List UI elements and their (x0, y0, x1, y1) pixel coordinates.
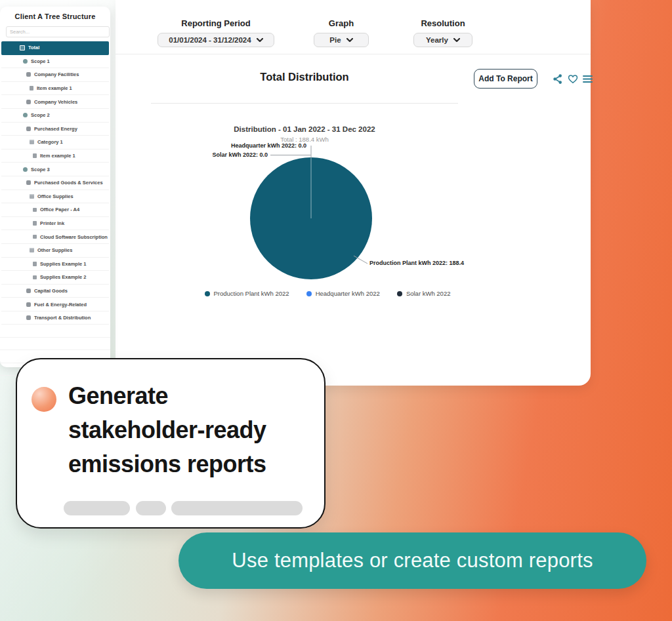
graph-value: Pie (329, 36, 341, 44)
tree-row[interactable]: Scope 1 (1, 55, 109, 69)
orange-bullet-icon (32, 387, 56, 412)
heart-icon[interactable] (568, 74, 578, 84)
tree-row[interactable]: Fuel & Energy-Related (1, 298, 109, 311)
category-icon (26, 289, 31, 293)
doc-icon (30, 248, 34, 252)
search-input[interactable] (6, 26, 110, 37)
pie-slice-production-plant (250, 157, 372, 279)
skeleton-bar (171, 501, 303, 515)
chevron-down-icon (257, 38, 263, 42)
tree-row-label: Purchased Energy (34, 126, 77, 132)
tree-row-label: Supplies Example 1 (40, 261, 86, 267)
legend-label: Production Plant kWh 2022 (214, 290, 289, 297)
tree-row-label: Company Facilities (34, 71, 79, 77)
tree-row[interactable]: Purchased Energy (1, 123, 109, 136)
tree-row-label: Capital Goods (34, 288, 68, 294)
pie-chart: Distribution - 01 Jan 2022 - 31 Dec 2022… (151, 108, 458, 311)
legend-dot-icon (306, 291, 312, 296)
doc-icon (30, 194, 34, 199)
tree-row-label: Company Vehicles (34, 99, 77, 105)
tree-row[interactable]: Capital Goods (1, 285, 109, 298)
legend-label: Headquarter kWh 2022 (316, 290, 380, 297)
item-icon (33, 221, 37, 226)
share-icon[interactable] (553, 73, 563, 85)
tree-row[interactable]: Cloud Software Subscription (1, 230, 109, 244)
sidebar-title: Client A Tree Structure (0, 12, 110, 20)
tree-row[interactable]: Scope 2 (1, 109, 109, 123)
building-icon (20, 45, 25, 50)
tree-row-label: Printer Ink (40, 220, 64, 226)
legend-item[interactable]: Headquarter kWh 2022 (306, 290, 380, 297)
cta-button[interactable]: Use templates or create custom reports (178, 532, 646, 589)
tree-row[interactable]: Supplies Example 2 (1, 271, 109, 285)
tree-row-label: Transport & Distribution (34, 315, 91, 321)
pie-label-headquarter: Headquarter kWh 2022: 0.0 (231, 142, 306, 149)
reporting-period-select[interactable]: 01/01/2024 - 31/12/2024 (158, 33, 274, 47)
callout-text: Generate stakeholder-ready emissions rep… (68, 379, 310, 482)
item-icon (33, 262, 37, 266)
reporting-period-group: Reporting Period 01/01/2024 - 31/12/2024 (158, 18, 274, 47)
tree-row-label: Scope 2 (31, 112, 50, 118)
tree-row[interactable]: Other Supplies (1, 244, 109, 258)
legend-dot-icon (205, 291, 210, 296)
tree-row-label: Purchased Goods & Services (34, 180, 103, 186)
feature-callout-card: Generate stakeholder-ready emissions rep… (16, 358, 326, 529)
tree-row-label: Other Supplies (37, 247, 72, 253)
pie-label-production-plant: Production Plant kWh 2022: 188.4 (369, 260, 464, 266)
resolution-value: Yearly (426, 36, 448, 44)
tree-row[interactable]: Office Supplies (1, 190, 109, 204)
reporting-period-value: 01/01/2024 - 31/12/2024 (169, 36, 251, 44)
add-to-report-button[interactable]: Add To Report (474, 69, 537, 89)
menu-icon[interactable] (583, 75, 593, 83)
tree-row[interactable]: Company Vehicles (1, 95, 109, 109)
tree-row[interactable]: Item example 1 (1, 82, 109, 96)
resolution-label: Resolution (421, 18, 465, 28)
tree-row[interactable]: Purchased Goods & Services (1, 176, 109, 190)
graph-select[interactable]: Pie (314, 33, 369, 47)
category-icon (26, 180, 31, 185)
tree-row-label: Scope 3 (31, 167, 50, 172)
legend-label: Solar kWh 2022 (406, 290, 451, 297)
tree-row-label: Fuel & Energy-Related (34, 302, 87, 308)
tree-row[interactable]: Supplies Example 1 (1, 258, 109, 271)
tree-row-label: Item example 1 (37, 85, 72, 91)
tree-row[interactable]: Company Facilities (1, 68, 109, 82)
doc-icon (30, 140, 34, 144)
resolution-select[interactable]: Yearly (413, 33, 472, 47)
chevron-down-icon (453, 38, 460, 42)
page-title: Total Distribution (151, 71, 458, 83)
tree-row-label: Item example 1 (40, 153, 75, 159)
chart-legend: Production Plant kWh 2022 Headquarter kW… (151, 290, 504, 297)
tree-row-label: Cloud Software Subscription (40, 234, 108, 240)
tree-row-label: Office Supplies (37, 193, 74, 199)
chevron-down-icon (346, 38, 353, 42)
category-icon (26, 315, 31, 320)
tree-row[interactable]: Scope 3 (1, 163, 109, 176)
legend-item[interactable]: Production Plant kWh 2022 (205, 290, 289, 297)
tree-row-label: Supplies Example 2 (40, 274, 86, 280)
tree-row-label: Total (28, 45, 39, 50)
item-icon (33, 235, 37, 239)
legend-item[interactable]: Solar kWh 2022 (397, 290, 451, 297)
item-icon (30, 86, 33, 90)
skeleton-bar (64, 501, 130, 515)
graph-group: Graph Pie (314, 18, 369, 47)
chart-actions (553, 73, 593, 85)
dashboard-panel: Reporting Period 01/01/2024 - 31/12/2024… (116, 0, 591, 386)
tree-row[interactable]: Office Paper - A4 (1, 203, 109, 217)
scope-icon (23, 59, 28, 64)
tree-row[interactable]: Item example 1 (1, 150, 109, 163)
item-icon (33, 153, 37, 158)
tree-row-label: Office Paper - A4 (40, 207, 79, 212)
item-icon (33, 275, 37, 280)
item-icon (33, 208, 37, 212)
tree-row[interactable]: Total (1, 41, 109, 55)
chart-title: Distribution - 01 Jan 2022 - 31 Dec 2022 (151, 125, 458, 133)
tree-row[interactable]: Printer Ink (1, 217, 109, 231)
tree-row-label: Scope 1 (31, 58, 50, 64)
tree-sidebar: Client A Tree Structure Total Scope 1 Co… (0, 7, 110, 367)
resolution-group: Resolution Yearly (413, 18, 472, 47)
category-icon (26, 72, 31, 77)
tree-row[interactable]: Transport & Distribution (1, 311, 109, 325)
tree-row[interactable]: Category 1 (1, 136, 109, 150)
